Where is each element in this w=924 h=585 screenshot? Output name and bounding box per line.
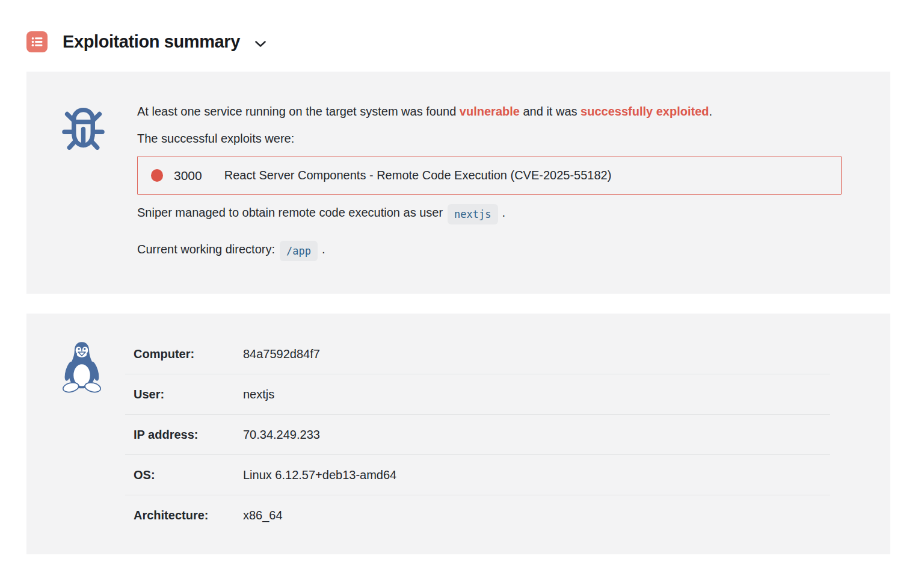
row-value: x86_64 xyxy=(243,509,283,522)
exploit-port: 3000 xyxy=(174,167,202,184)
table-row: Architecture: x86_64 xyxy=(125,495,830,536)
host-info-panel: Computer: 84a7592d84f7 User: nextjs IP a… xyxy=(26,314,890,554)
row-value: nextjs xyxy=(243,388,274,401)
cwd-line: Current working directory:/app. xyxy=(137,239,842,261)
user-code-chip: nextjs xyxy=(448,204,497,224)
exploit-finding-box: 3000 React Server Components - Remote Co… xyxy=(137,156,842,195)
severity-dot-icon xyxy=(151,169,163,182)
exploit-name: React Server Components - Remote Code Ex… xyxy=(224,167,612,184)
exploitation-panel: At least one service running on the targ… xyxy=(26,72,890,294)
exploited-highlight: successfully exploited xyxy=(581,105,709,118)
exploits-label: The successful exploits were: xyxy=(137,130,842,147)
table-row: Computer: 84a7592d84f7 xyxy=(125,334,830,374)
row-value: 84a7592d84f7 xyxy=(243,347,320,361)
list-icon xyxy=(26,31,48,52)
page-title: Exploitation summary xyxy=(63,32,240,52)
row-label: User: xyxy=(134,388,243,401)
rce-user-line: Sniper managed to obtain remote code exe… xyxy=(137,202,842,224)
table-row: OS: Linux 6.12.57+deb13-amd64 xyxy=(125,455,830,495)
row-label: Computer: xyxy=(134,347,243,361)
exploitation-content: At least one service running on the targ… xyxy=(137,103,842,261)
bug-icon xyxy=(57,103,110,261)
row-value: 70.34.249.233 xyxy=(243,428,320,442)
table-row: User: nextjs xyxy=(125,374,830,415)
linux-tux-icon xyxy=(60,334,105,536)
row-value: Linux 6.12.57+deb13-amd64 xyxy=(243,468,396,482)
row-label: IP address: xyxy=(134,428,243,442)
exploitation-intro: At least one service running on the targ… xyxy=(137,103,842,120)
cwd-code-chip: /app xyxy=(280,241,318,261)
table-row: IP address: 70.34.249.233 xyxy=(125,415,830,455)
host-info-table: Computer: 84a7592d84f7 User: nextjs IP a… xyxy=(125,334,830,536)
report-page: Exploitation summary At least one servic xyxy=(0,0,924,554)
row-label: Architecture: xyxy=(134,509,243,522)
section-header: Exploitation summary xyxy=(26,31,890,52)
chevron-down-icon[interactable] xyxy=(254,37,266,48)
vulnerable-highlight: vulnerable xyxy=(460,105,520,118)
row-label: OS: xyxy=(134,468,243,482)
